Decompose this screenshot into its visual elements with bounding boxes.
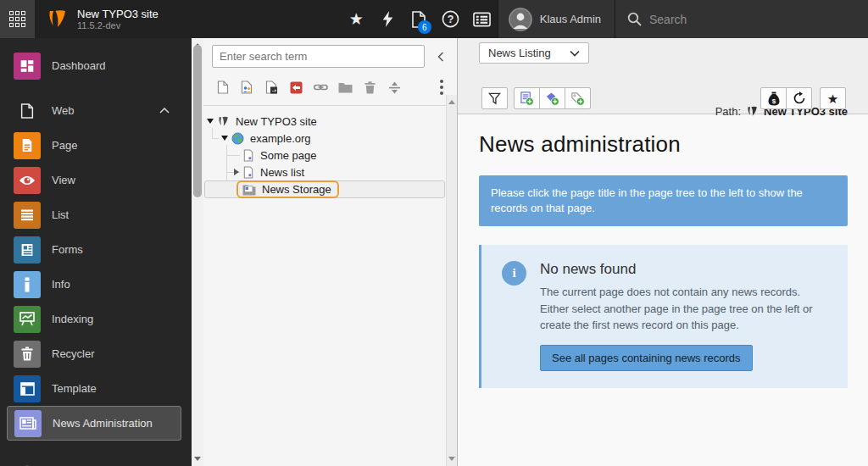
sidebar-item-view[interactable]: View [0, 163, 192, 197]
module-menu-toggle-button[interactable] [0, 0, 35, 38]
sidebar-item-label: View [52, 174, 75, 186]
page-tree: New TYPO3 site example.org Some page [203, 106, 457, 198]
tree-node-label: New TYPO3 site [236, 115, 317, 128]
forms-icon [20, 243, 34, 257]
link-external-page-drag-icon[interactable] [289, 80, 303, 95]
help-icon: ? [442, 10, 459, 28]
bookmark-button[interactable]: ★ [820, 87, 846, 109]
clear-cache-bolt-icon [381, 11, 394, 27]
add-tag-button[interactable] [565, 87, 591, 109]
tree-node-news-storage[interactable]: News Storage [204, 180, 445, 198]
add-category-button[interactable] [539, 87, 565, 109]
tree-node-root[interactable]: New TYPO3 site [203, 113, 457, 130]
page-title: News administration [479, 131, 848, 158]
chevron-left-icon [437, 52, 444, 62]
folder-drag-icon[interactable] [338, 80, 353, 95]
module-body: News administration Please click the pag… [458, 114, 868, 388]
donate-button[interactable]: $ [760, 87, 787, 109]
sidebar-item-forms[interactable]: Forms [0, 232, 192, 267]
bookmarks-toolbar-item[interactable]: ★ [341, 0, 372, 38]
folder-icon [242, 184, 256, 196]
tree-scrollbar[interactable] [446, 95, 457, 466]
filter-button[interactable] [481, 87, 508, 109]
user-name: Klaus Admin [540, 13, 601, 25]
sidebar-section-web[interactable]: Web [0, 93, 192, 128]
tree-node-label: Some page [260, 149, 317, 162]
bookmarks-star-icon: ★ [349, 11, 364, 27]
tree-node-label: example.org [250, 132, 311, 145]
shortcut-page-drag-icon[interactable] [264, 80, 279, 95]
typo3-logo-icon [46, 8, 69, 31]
news-administration-icon [19, 417, 36, 430]
view-eye-icon [19, 175, 36, 186]
sidebar-section-site-management[interactable]: Site Management [0, 456, 192, 466]
module-menu-scrollbar[interactable] [192, 38, 203, 466]
info-icon [24, 277, 31, 292]
sidebar-item-news-administration[interactable]: News Administration [7, 406, 181, 441]
view-mode-select[interactable]: News Listing [479, 42, 589, 64]
open-documents-count-badge: 6 [418, 20, 431, 34]
svg-text:$: $ [771, 97, 776, 104]
sidebar-item-label: Recycler [52, 347, 95, 360]
user-toolbar-item[interactable]: Klaus Admin [498, 0, 615, 38]
spacer-drag-icon[interactable] [387, 80, 402, 95]
search-input[interactable] [649, 13, 836, 26]
tree-more-options-kebab-icon[interactable] [435, 78, 448, 97]
sidebar-item-recycler[interactable]: Recycler [0, 336, 192, 371]
backend-user-section-page-drag-icon[interactable] [240, 80, 254, 95]
clear-cache-toolbar-item[interactable] [372, 0, 403, 38]
expand-toggle-icon[interactable] [207, 119, 214, 124]
sidebar-section-label: Web [52, 104, 75, 117]
help-toolbar-item[interactable]: ? [435, 0, 466, 38]
money-bag-icon: $ [768, 92, 780, 106]
open-documents-toolbar-item[interactable]: 6 [403, 0, 435, 38]
scroll-up-arrow-icon[interactable] [448, 100, 455, 104]
collapse-tree-button[interactable] [430, 45, 452, 68]
recycler-drag-icon[interactable] [363, 80, 377, 95]
add-news-record-icon [520, 92, 534, 106]
sidebar-item-info[interactable]: Info [0, 267, 192, 302]
system-information-icon [473, 12, 491, 27]
callout-body: The current page does not contain any ne… [540, 284, 824, 334]
info-alert: Please click the page title in the page … [479, 175, 848, 226]
see-all-pages-button[interactable]: See all pages containing news records [540, 345, 753, 371]
selected-node-outline: News Storage [236, 180, 339, 198]
user-avatar [509, 8, 532, 31]
site-brand[interactable]: New TYPO3 site 11.5.2-dev [35, 0, 159, 38]
recycler-trash-icon [21, 347, 33, 361]
indexing-icon [19, 312, 35, 326]
collapsed-toggle-icon[interactable] [234, 169, 239, 175]
sidebar-item-indexing[interactable]: Indexing [0, 302, 192, 336]
tree-node-label: News list [260, 166, 304, 179]
new-page-drag-icon[interactable] [215, 80, 230, 95]
info-alert-text: Please click the page title in the page … [491, 186, 803, 214]
tree-node-label: News Storage [262, 183, 331, 196]
dashboard-icon [19, 58, 35, 74]
link-drag-icon[interactable] [314, 80, 328, 95]
add-news-record-button[interactable] [514, 87, 540, 109]
scrollbar-thumb[interactable] [193, 45, 202, 197]
doc-header: News Listing Path: New TYPO3 site [458, 38, 868, 114]
tree-node-some-page[interactable]: Some page [203, 147, 457, 164]
typo3-page-icon [746, 105, 759, 118]
sidebar-item-dashboard[interactable]: Dashboard [0, 48, 192, 83]
sidebar-item-list[interactable]: List [0, 197, 192, 232]
tree-node-site[interactable]: example.org [203, 130, 457, 147]
sidebar-item-label: Forms [52, 243, 83, 256]
typo3-version: 11.5.2-dev [77, 20, 159, 31]
refresh-button[interactable] [786, 87, 812, 109]
sidebar-item-page[interactable]: Page [0, 128, 192, 163]
scroll-down-arrow-icon[interactable] [448, 457, 455, 461]
sidebar-item-label: List [52, 208, 69, 221]
global-search [615, 0, 868, 38]
scroll-down-arrow-icon[interactable] [194, 457, 201, 461]
system-information-toolbar-item[interactable] [466, 0, 498, 38]
sidebar-item-label: Indexing [52, 313, 93, 325]
expand-toggle-icon[interactable] [221, 136, 228, 141]
tree-node-news-list[interactable]: News list [203, 164, 457, 180]
apps-grid-icon [9, 11, 25, 27]
tree-search-input[interactable] [212, 45, 425, 68]
chevron-up-icon [159, 108, 170, 114]
sidebar-item-template[interactable]: Template [0, 371, 192, 406]
page-doc-icon [242, 149, 254, 162]
